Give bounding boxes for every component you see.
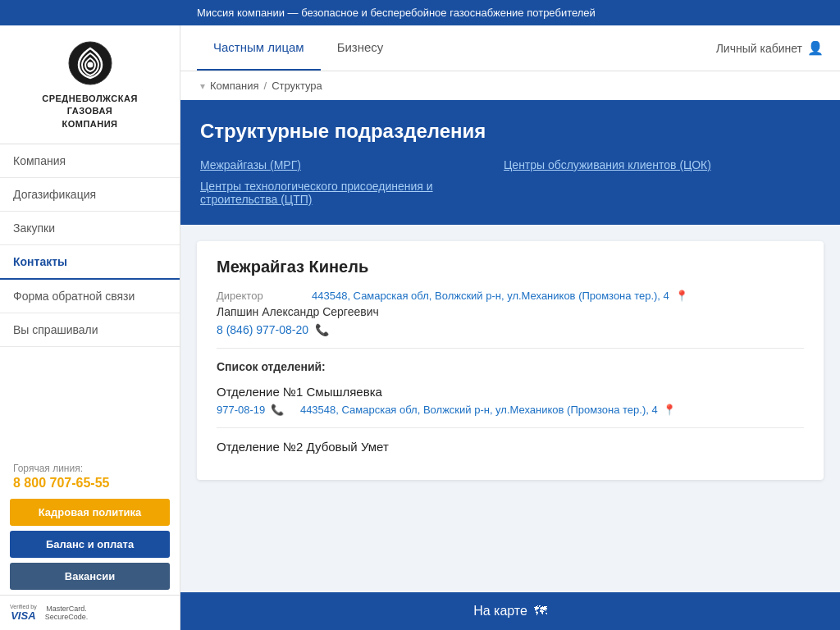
sidebar-item-questions[interactable]: Вы спрашивали — [0, 313, 180, 347]
branch-2-title: Отделение №2 Дубовый Умет — [217, 440, 804, 454]
hotline-number[interactable]: 8 800 707-65-55 — [13, 476, 167, 491]
card-title: Межрайгаз Кинель — [217, 258, 804, 276]
section-links: Межрайгазы (МРГ) Центры обслуживания кли… — [200, 156, 774, 208]
hotline-section: Горячая линия: 8 800 707-65-55 — [0, 454, 180, 494]
nav-item-private[interactable]: Частным лицам — [197, 25, 321, 71]
breadcrumb: ▾ Компания / Структура — [180, 71, 840, 100]
kadrovaya-button[interactable]: Кадровая политика — [10, 499, 170, 526]
mastercard-badge: MasterCard. SecureCode. — [45, 605, 89, 621]
section-header: Структурные подразделения Межрайгазы (МР… — [180, 100, 840, 225]
person-icon: 👤 — [807, 40, 824, 56]
main-header: Частным лицам Бизнесу Личный кабинет 👤 — [180, 25, 840, 71]
securecode-text: SecureCode. — [45, 613, 89, 621]
phone-icon: 📞 — [315, 323, 329, 336]
director-phone-row: 8 (846) 977-08-20 📞 — [217, 323, 804, 336]
breadcrumb-current: Структура — [272, 80, 322, 92]
section-title: Структурные подразделения — [200, 120, 820, 143]
hotline-label: Горячая линия: — [13, 463, 83, 474]
sidebar-logo: СРЕДНЕВОЛЖСКАЯ ГАЗОВАЯ КОМПАНИЯ — [0, 25, 180, 144]
visa-logo: VISA — [11, 609, 35, 622]
sidebar-navigation: Компания Догазификация Закупки Контакты … — [0, 144, 180, 454]
balance-button[interactable]: Баланс и оплата — [10, 531, 170, 558]
branch-item-2: Отделение №2 Дубовый Умет — [217, 440, 804, 454]
banner-text: Миссия компании — безопасное и бесперебо… — [197, 7, 596, 19]
branches-list-title: Список отделений: — [217, 360, 804, 373]
verified-by-text: Verified by — [10, 604, 37, 609]
content-card: Межрайгаз Кинель Директор 443548, Самарс… — [197, 241, 824, 480]
section-link-tsp[interactable]: Центры технологического присоединения и … — [200, 177, 471, 208]
sidebar-item-feedback[interactable]: Форма обратной связи — [0, 280, 180, 313]
director-phone[interactable]: 8 (846) 977-08-20 📞 — [217, 323, 329, 336]
director-label: Директор — [217, 290, 299, 302]
section-link-tsok[interactable]: Центры обслуживания клиентов (ЦОК) — [504, 156, 774, 174]
map-bottom-bar[interactable]: На карте 🗺 — [180, 592, 840, 630]
branch-1-map-icon: 📍 — [663, 404, 676, 416]
branch-1-title: Отделение №1 Смышляевка — [217, 385, 804, 399]
content-area[interactable]: ▾ Компания / Структура Структурные подра… — [180, 71, 840, 630]
company-logo-icon — [67, 40, 113, 86]
svg-point-1 — [87, 62, 93, 68]
divider — [217, 348, 804, 349]
sidebar-item-company[interactable]: Компания — [0, 144, 180, 178]
main-navigation: Частным лицам Бизнесу — [197, 25, 399, 71]
personal-cabinet-link[interactable]: Личный кабинет 👤 — [716, 40, 824, 56]
breadcrumb-arrow-icon: ▾ — [200, 80, 205, 92]
visa-badge: Verified by VISA — [10, 604, 37, 622]
director-row: Директор 443548, Самарская обл, Волжский… — [217, 290, 804, 302]
sidebar-item-dogazifikatsiya[interactable]: Догазификация — [0, 178, 180, 212]
sidebar-item-zakupki[interactable]: Закупки — [0, 212, 180, 245]
branch-1-details: 977-08-19 📞 443548, Самарская обл, Волжс… — [217, 404, 804, 416]
vakansii-button[interactable]: Вакансии — [10, 563, 170, 590]
breadcrumb-parent[interactable]: Компания — [210, 80, 259, 92]
main-content: Частным лицам Бизнесу Личный кабинет 👤 ▾… — [180, 25, 840, 630]
sidebar-item-contacts[interactable]: Контакты — [0, 245, 180, 280]
sidebar-buttons: Кадровая политика Баланс и оплата Ваканс… — [0, 494, 180, 595]
branch-1-phone-icon: 📞 — [271, 404, 284, 416]
branch-item-1: Отделение №1 Смышляевка 977-08-19 📞 4435… — [217, 385, 804, 416]
sidebar: СРЕДНЕВОЛЖСКАЯ ГАЗОВАЯ КОМПАНИЯ Компания… — [0, 25, 180, 630]
director-address[interactable]: 443548, Самарская обл, Волжский р-н, ул.… — [312, 290, 688, 302]
top-banner: Миссия компании — безопасное и бесперебо… — [0, 0, 840, 25]
mastercard-text: MasterCard. — [46, 605, 87, 613]
nav-item-business[interactable]: Бизнесу — [321, 25, 400, 71]
map-label: На карте — [473, 604, 527, 619]
branch-1-address[interactable]: 443548, Самарская обл, Волжский р-н, ул.… — [300, 404, 676, 416]
bottom-spacer — [180, 480, 840, 529]
company-name: СРЕДНЕВОЛЖСКАЯ ГАЗОВАЯ КОМПАНИЯ — [42, 93, 138, 130]
director-name: Лапшин Александр Сергеевич — [217, 305, 804, 318]
divider-2 — [217, 427, 804, 428]
map-icon: 🗺 — [534, 604, 547, 619]
section-link-mrg[interactable]: Межрайгазы (МРГ) — [200, 156, 471, 174]
location-pin-icon: 📍 — [675, 290, 688, 302]
sidebar-footer: Verified by VISA MasterCard. SecureCode. — [0, 595, 180, 630]
branch-1-phone[interactable]: 977-08-19 📞 — [217, 404, 284, 416]
